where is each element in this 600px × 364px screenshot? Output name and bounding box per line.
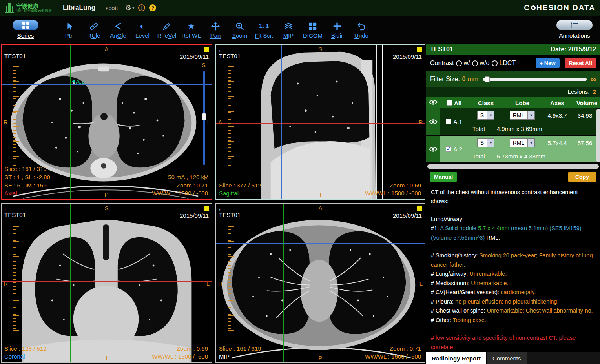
reset-all-button[interactable]: Reset All — [565, 58, 596, 68]
study-date-label: 2015/09/11 — [393, 47, 422, 60]
series-button[interactable]: Series — [4, 20, 47, 39]
series-status-marker[interactable] — [417, 47, 422, 52]
lesion-id-cell[interactable]: A.2 — [440, 146, 468, 153]
patient-label: ,TEST01 — [4, 46, 26, 60]
mip-ct-image — [216, 204, 425, 362]
contrast-ldct-radio[interactable] — [492, 60, 498, 66]
visibility-toggle[interactable] — [426, 108, 440, 135]
class-select[interactable]: S▼ — [477, 138, 494, 147]
study-date-label: 2015/09/11 — [180, 47, 209, 60]
select-all-checkbox[interactable] — [447, 100, 452, 106]
filter-size-slider-thumb[interactable] — [485, 76, 490, 82]
crosshair-vertical[interactable] — [283, 204, 284, 362]
slice-slider-thumb[interactable] — [202, 113, 206, 120]
table-vertical-scrollbar[interactable] — [596, 109, 600, 162]
manual-button[interactable]: Manual — [430, 172, 457, 182]
warning-icon[interactable]: ! — [138, 4, 145, 11]
crosshair-vertical[interactable] — [70, 45, 71, 199]
tool-reset-wl[interactable]: ★ Rst WL — [179, 20, 203, 39]
select-all-cell[interactable]: All — [440, 100, 468, 106]
crosshair-vertical[interactable] — [70, 204, 71, 362]
orientation-anterior: A — [218, 119, 222, 126]
crosshair-horizontal[interactable] — [2, 281, 212, 282]
series-pill[interactable] — [13, 20, 38, 30]
settings-gear-icon[interactable]: ⚙ — [125, 4, 131, 12]
crosshair-horizontal[interactable] — [216, 123, 425, 124]
viewport-coronal[interactable]: ,TEST01 2015/09/11 S R L I Slice : 128 /… — [1, 203, 212, 363]
tool-bidir[interactable]: Bidir — [325, 20, 349, 39]
tool-pan[interactable]: Pan — [203, 20, 228, 39]
help-icon[interactable]: ? — [149, 4, 156, 11]
contrast-without-radio[interactable] — [472, 60, 478, 66]
total-size-line: Total5.73mm x 4.38mm — [468, 153, 596, 160]
series-status-marker[interactable] — [204, 47, 209, 52]
tab-comments[interactable]: Comments — [486, 352, 527, 364]
series-status-marker[interactable] — [204, 206, 209, 211]
new-lesion-button[interactable]: + New — [536, 58, 560, 68]
table-horizontal-scrollbar[interactable] — [427, 164, 599, 169]
tool-zoom[interactable]: Zoom — [228, 20, 252, 39]
orientation-left: L — [206, 280, 210, 286]
logo-title: 守護健康 — [16, 3, 52, 9]
contrast-ldct-option[interactable]: LDCT — [492, 60, 516, 67]
lesion-panel: TEST01 Date: 2015/9/12 Contrast w/ w/o L… — [426, 43, 600, 364]
viewport-mip[interactable]: ,TEST01 2015/09/11 A R L P Slice : 161 /… — [215, 203, 425, 363]
viewport-sagittal[interactable]: ,TEST01 2015/09/11 S A P I Slice : 377 /… — [215, 44, 425, 200]
settings-caret-icon[interactable]: ▾ — [132, 5, 135, 11]
viewport-axial[interactable]: A.2 ,TEST01 2015/09/11 A R P L S I Slice… — [1, 44, 212, 200]
patient-label: ,TEST01 — [219, 204, 241, 218]
contrast-with-option[interactable]: w/ — [456, 60, 470, 67]
report-item: # Mediastinum: Unremarkable. — [431, 279, 595, 288]
annotations-pill[interactable] — [556, 20, 593, 30]
lesion-checkbox[interactable] — [446, 119, 451, 124]
crosshair-horizontal[interactable] — [216, 243, 425, 244]
report-item: # Smoking/history: Smoking 20 pack-year;… — [431, 251, 595, 269]
visibility-toggle[interactable] — [426, 136, 440, 162]
region-level-icon — [162, 20, 171, 32]
tool-mip[interactable]: MIP — [276, 20, 301, 39]
report-item: # Pleura: no pleural effusion; no pleura… — [431, 297, 595, 306]
chevron-down-icon: ▼ — [487, 111, 494, 119]
tool-undo[interactable]: Undo — [349, 20, 374, 39]
tab-radiology-report[interactable]: Radiology Report — [426, 352, 486, 364]
slice-slider[interactable] — [203, 71, 205, 165]
series-status-marker[interactable] — [417, 206, 422, 211]
tool-angle[interactable]: AnGle — [106, 20, 130, 39]
lobe-select[interactable]: RML▼ — [510, 138, 535, 147]
orientation-right: R — [218, 280, 222, 286]
lesion-rows: A.1 S▼ RML▼ 4.9x3.7 34.93 Total4.9mm x 3… — [426, 108, 600, 163]
lesion-marker-arrow-icon — [72, 80, 75, 83]
tool-level[interactable]: ◐ Level — [130, 20, 155, 39]
class-select[interactable]: S▼ — [477, 111, 494, 120]
visibility-column-header — [426, 99, 440, 106]
infinity-label: ∞ — [591, 75, 596, 84]
window-level-icon: ◐ — [140, 20, 145, 32]
filter-size-slider[interactable] — [483, 78, 586, 81]
chevron-down-icon: ▼ — [487, 139, 494, 147]
orientation-inferior: I — [106, 355, 107, 361]
crosshair-vertical[interactable] — [281, 45, 282, 199]
lesion-row-a2[interactable]: A.2 S▼ RML▼ 5.7x4.4 57.56 Total5.73mm x … — [426, 136, 596, 163]
tool-ruler[interactable]: RUle — [82, 20, 106, 39]
lesion-checkbox[interactable] — [446, 146, 451, 152]
tool-fit-screen[interactable]: 1:1 Fit Scr. — [252, 20, 276, 39]
orientation-left: L — [419, 280, 423, 286]
contrast-with-radio[interactable] — [456, 60, 462, 66]
angle-icon — [113, 20, 123, 32]
contrast-without-option[interactable]: w/o — [472, 60, 489, 67]
tool-region-level[interactable]: R-leVel — [155, 20, 179, 39]
study-date-label: 2015/09/11 — [180, 206, 209, 219]
lobe-select[interactable]: RML▼ — [510, 111, 535, 120]
annotations-button[interactable]: Annotations — [553, 20, 596, 39]
eye-icon — [429, 119, 438, 125]
tool-pointer[interactable]: Ptr. — [57, 20, 82, 39]
display-info: Zoom : 0.69 WW/WL : 1500 / -600 — [365, 182, 421, 198]
tool-dicom[interactable]: DICOM — [301, 20, 325, 39]
copy-button[interactable]: Copy — [568, 172, 596, 182]
lesion-row-a1[interactable]: A.1 S▼ RML▼ 4.9x3.7 34.93 Total4.9mm x 3… — [426, 108, 596, 136]
lesion-id-cell[interactable]: A.1 — [440, 118, 468, 125]
crosshair-horizontal[interactable] — [2, 84, 212, 85]
plane-label: MIP — [219, 353, 261, 361]
lesion-marker-a2[interactable]: A.2 — [72, 78, 85, 85]
pointer-icon — [65, 20, 74, 32]
